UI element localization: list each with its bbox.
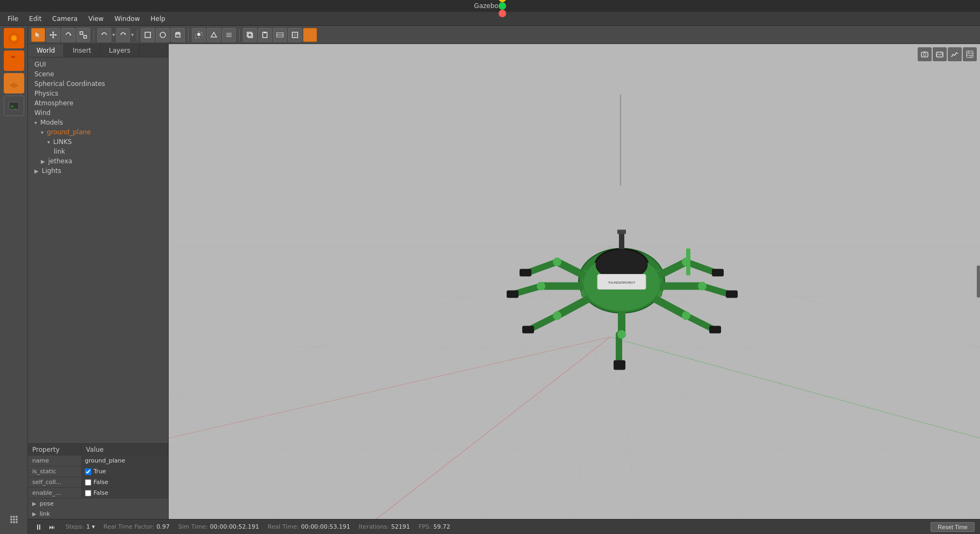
sphere-btn[interactable] <box>156 28 170 42</box>
viewport-scrollbar[interactable] <box>977 265 980 298</box>
tree-wind[interactable]: Wind <box>28 108 168 118</box>
mesh-btn[interactable] <box>207 28 221 42</box>
firefox-icon[interactable] <box>4 28 24 48</box>
tree-link[interactable]: link <box>28 147 168 156</box>
screenshot-btn[interactable] <box>933 47 947 61</box>
prop-val-self-coll[interactable]: False <box>82 477 168 487</box>
svg-point-33 <box>197 33 200 36</box>
svg-point-116 <box>924 53 926 56</box>
svg-line-98 <box>530 316 557 329</box>
scale-tool-btn[interactable] <box>76 28 90 42</box>
tree-links[interactable]: ▾ LINKS <box>28 137 168 147</box>
svg-rect-24 <box>80 32 83 34</box>
menu-help[interactable]: Help <box>145 14 170 24</box>
svg-rect-87 <box>726 291 738 298</box>
pose-label: pose <box>40 500 54 507</box>
step-btn[interactable]: ⏭ <box>46 522 57 532</box>
svg-rect-53 <box>307 32 313 38</box>
self-coll-checkbox[interactable] <box>85 479 91 486</box>
tab-insert[interactable]: Insert <box>64 44 100 57</box>
tb-sep-1 <box>93 29 94 41</box>
redo-btn[interactable] <box>116 28 130 42</box>
svg-rect-115 <box>921 52 928 57</box>
tree-jethexa[interactable]: ▶ jethexa <box>28 156 168 166</box>
paste-btn[interactable] <box>258 28 272 42</box>
svg-point-106 <box>682 312 690 320</box>
svg-rect-78 <box>617 230 626 234</box>
svg-text:>_: >_ <box>11 104 17 109</box>
tree-scene[interactable]: Scene <box>28 69 168 79</box>
iterations-item: Iterations: 52191 <box>359 523 410 530</box>
undo-arrow[interactable]: ▾ <box>112 32 115 38</box>
prop-link[interactable]: ▶ link <box>28 509 168 519</box>
layers-icon[interactable] <box>4 73 24 93</box>
prop-pose[interactable]: ▶ pose <box>28 499 168 509</box>
settings-btn[interactable] <box>963 47 977 61</box>
tb-sep-3 <box>188 29 189 41</box>
tab-world[interactable]: World <box>28 44 64 57</box>
robot-3d: THUNDERROBOT <box>503 179 740 385</box>
prop-val-is-static[interactable]: True <box>82 466 168 477</box>
tree-lights[interactable]: ▶ Lights <box>28 166 168 176</box>
grid-btn[interactable] <box>222 28 236 42</box>
snap-btn[interactable] <box>288 28 302 42</box>
sim-time-label: Sim Time: <box>178 523 208 530</box>
sim-time-item: Sim Time: 00:00:00:52.191 <box>178 523 260 530</box>
chart-btn[interactable] <box>948 47 962 61</box>
tree-gui[interactable]: GUI <box>28 60 168 69</box>
maximize-btn[interactable] <box>499 2 506 10</box>
menu-view[interactable]: View <box>83 14 109 24</box>
files-icon[interactable] <box>4 50 24 71</box>
viewport[interactable]: THUNDERROBOT <box>169 44 980 519</box>
align-btn[interactable] <box>273 28 287 42</box>
lights-arrow: ▶ <box>34 168 39 174</box>
title-bar: Gazebo <box>0 0 980 12</box>
copy-btn[interactable] <box>243 28 257 42</box>
light-btn[interactable] <box>192 28 206 42</box>
tab-layers[interactable]: Layers <box>100 44 140 57</box>
apps-icon[interactable] <box>4 509 24 530</box>
content-area: World Insert Layers GUI Scene Spherical … <box>28 44 980 519</box>
svg-rect-25 <box>84 35 87 38</box>
tree-models[interactable]: ▾ Models <box>28 118 168 127</box>
box-btn[interactable] <box>141 28 155 42</box>
menu-file[interactable]: File <box>2 14 24 24</box>
redo-arrow[interactable]: ▾ <box>131 32 134 38</box>
select-tool-btn[interactable] <box>31 28 45 42</box>
svg-line-83 <box>686 262 716 273</box>
is-static-checkbox[interactable] <box>85 468 91 475</box>
menu-camera[interactable]: Camera <box>47 14 83 24</box>
svg-marker-5 <box>9 83 19 88</box>
play-controls: ⏸ ⏭ <box>33 522 57 532</box>
prop-val-enable[interactable]: False <box>82 488 168 498</box>
rotate-tool-btn[interactable] <box>61 28 75 42</box>
reset-time-btn[interactable]: Reset Time <box>931 522 975 532</box>
menu-window[interactable]: Window <box>109 14 145 24</box>
svg-rect-99 <box>522 326 534 334</box>
svg-point-1 <box>11 35 17 41</box>
svg-text:THUNDERROBOT: THUNDERROBOT <box>608 281 636 284</box>
prop-val-name: ground_plane <box>82 456 168 466</box>
tree-spherical-coords[interactable]: Spherical Coordinates <box>28 79 168 89</box>
main-layout: ▾ ▾ <box>28 26 980 534</box>
terminal-icon[interactable]: >_ <box>4 96 24 116</box>
undo-btn[interactable] <box>97 28 111 42</box>
enable-checkbox[interactable] <box>85 490 91 496</box>
cylinder-btn[interactable] <box>171 28 185 42</box>
close-btn[interactable] <box>499 10 506 17</box>
link-label: link <box>40 510 50 517</box>
link-arrow: ▶ <box>32 511 37 517</box>
tree-physics[interactable]: Physics <box>28 89 168 98</box>
realtime-factor-value: 0.97 <box>156 523 170 530</box>
prop-header: Property Value <box>28 444 168 456</box>
tree-ground-plane[interactable]: ▾ ground_plane <box>28 127 168 137</box>
translate-tool-btn[interactable] <box>46 28 60 42</box>
orange-tool-btn[interactable] <box>303 28 317 42</box>
fps-value: 59.72 <box>434 523 451 530</box>
fps-label: FPS: <box>419 523 431 530</box>
pause-btn[interactable]: ⏸ <box>33 522 44 532</box>
fps-item: FPS: 59.72 <box>419 523 450 530</box>
camera-btn[interactable] <box>918 47 932 61</box>
tree-atmosphere[interactable]: Atmosphere <box>28 98 168 108</box>
menu-edit[interactable]: Edit <box>24 14 47 24</box>
